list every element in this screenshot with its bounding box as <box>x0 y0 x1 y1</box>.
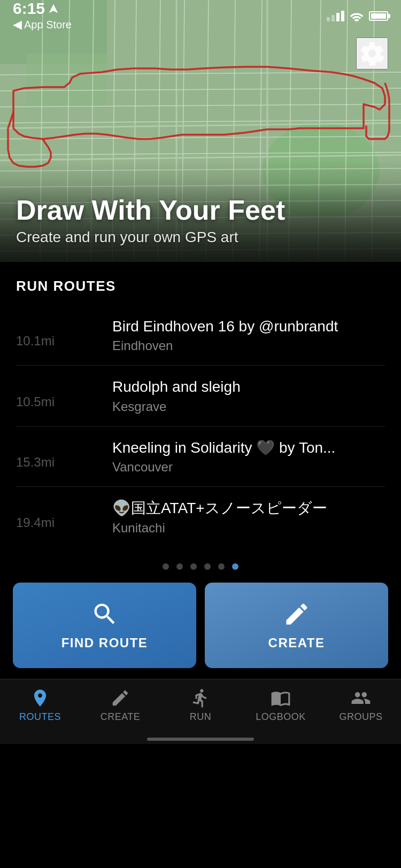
tab-groups[interactable]: GROUPS <box>334 688 388 723</box>
route-distance: 15.3mi <box>16 441 102 471</box>
find-route-label: FIND ROUTE <box>61 636 148 650</box>
back-to-app-store[interactable]: ◀ App Store <box>13 18 72 32</box>
location-pin-icon <box>30 688 50 708</box>
tab-groups-label: GROUPS <box>339 711 382 723</box>
map-header-title: Draw With Your Feet <box>16 195 385 226</box>
search-icon <box>91 600 119 628</box>
status-time: 6:15 <box>13 1 72 17</box>
find-route-button[interactable]: FIND ROUTE <box>13 583 196 668</box>
route-item[interactable]: 15.3mi Kneeling in Solidarity 🖤 by Ton..… <box>16 427 385 487</box>
route-location: Eindhoven <box>112 338 385 353</box>
gear-icon <box>359 40 385 67</box>
pencil-outline-icon <box>110 688 130 708</box>
tab-create-label: CREATE <box>101 711 141 723</box>
route-name: 👽国立ATAT+スノースピーダー <box>112 499 385 518</box>
route-item[interactable]: 19.4mi 👽国立ATAT+スノースピーダー Kunitachi <box>16 487 385 547</box>
route-name: Bird Eindhoven 16 by @runbrandt <box>112 317 385 336</box>
groups-icon <box>351 688 371 708</box>
create-route-label: CREATE <box>268 636 325 650</box>
route-item[interactable]: 10.1mi Bird Eindhoven 16 by @runbrandt E… <box>16 305 385 366</box>
signal-icon <box>327 11 344 21</box>
wifi-icon <box>350 11 364 21</box>
tab-create[interactable]: CREATE <box>94 688 147 723</box>
tab-bar: ROUTES CREATE RUN LOGBOOK <box>0 679 401 739</box>
route-name: Kneeling in Solidarity 🖤 by Ton... <box>112 438 385 458</box>
status-bar: 6:15 ◀ App Store <box>0 0 401 32</box>
route-item[interactable]: 10.5mi Rudolph and sleigh Kesgrave <box>16 366 385 426</box>
tab-run-label: RUN <box>190 711 212 723</box>
tab-logbook[interactable]: LOGBOOK <box>254 688 307 723</box>
tab-routes[interactable]: ROUTES <box>13 688 67 723</box>
battery-icon <box>369 11 388 21</box>
tab-run[interactable]: RUN <box>174 688 227 723</box>
pagination-dot-4[interactable] <box>204 563 211 570</box>
route-distance: 19.4mi <box>16 502 102 532</box>
location-arrow-icon <box>48 3 59 14</box>
book-icon <box>271 688 291 708</box>
route-location: Kesgrave <box>112 399 385 414</box>
route-location: Vancouver <box>112 460 385 475</box>
pagination-dot-3[interactable] <box>190 563 197 570</box>
run-icon <box>190 688 211 708</box>
map-header: Draw With Your Feet Create and run your … <box>0 0 401 262</box>
route-location: Kunitachi <box>112 521 385 536</box>
map-header-subtitle: Create and run your own GPS art <box>16 229 385 246</box>
route-distance: 10.5mi <box>16 381 102 411</box>
home-indicator-bar <box>147 738 254 741</box>
pagination-dots <box>0 547 401 583</box>
status-right <box>327 11 388 21</box>
routes-section: RUN ROUTES 10.1mi Bird Eindhoven 16 by @… <box>0 262 401 547</box>
routes-section-title: RUN ROUTES <box>16 278 385 294</box>
action-buttons: FIND ROUTE CREATE <box>0 583 401 679</box>
route-list: 10.1mi Bird Eindhoven 16 by @runbrandt E… <box>16 305 385 547</box>
create-route-button[interactable]: CREATE <box>205 583 388 668</box>
route-name: Rudolph and sleigh <box>112 377 385 397</box>
settings-button[interactable] <box>356 37 388 69</box>
home-indicator <box>0 739 401 744</box>
route-distance: 10.1mi <box>16 320 102 350</box>
tab-routes-label: ROUTES <box>19 711 61 723</box>
pagination-dot-5[interactable] <box>218 563 225 570</box>
pagination-dot-2[interactable] <box>176 563 183 570</box>
tab-logbook-label: LOGBOOK <box>256 711 306 723</box>
pencil-icon <box>283 600 311 628</box>
pagination-dot-6[interactable] <box>232 563 238 570</box>
pagination-dot-1[interactable] <box>163 563 169 570</box>
